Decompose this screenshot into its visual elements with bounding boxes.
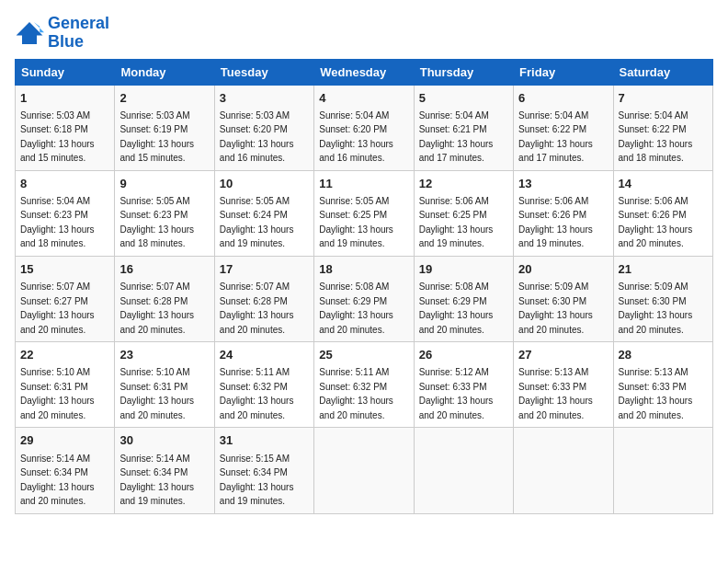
calendar-cell: 14Sunrise: 5:06 AMSunset: 6:26 PMDayligh… [613, 170, 712, 256]
logo: General Blue [15, 15, 109, 52]
day-number: 14 [619, 176, 708, 192]
calendar-table: SundayMondayTuesdayWednesdayThursdayFrid… [15, 59, 713, 514]
day-info: Sunrise: 5:04 AMSunset: 6:20 PMDaylight:… [319, 110, 393, 164]
header-thursday: Thursday [414, 59, 513, 85]
day-info: Sunrise: 5:12 AMSunset: 6:33 PMDaylight:… [419, 367, 494, 420]
day-number: 24 [220, 347, 309, 363]
day-info: Sunrise: 5:06 AMSunset: 6:26 PMDaylight:… [619, 196, 693, 249]
calendar-cell: 21Sunrise: 5:09 AMSunset: 6:30 PMDayligh… [613, 256, 712, 341]
calendar-cell: 22Sunrise: 5:10 AMSunset: 6:31 PMDayligh… [16, 342, 115, 428]
calendar-cell: 9Sunrise: 5:05 AMSunset: 6:23 PMDaylight… [115, 170, 214, 256]
day-number: 10 [220, 176, 309, 192]
day-info: Sunrise: 5:14 AMSunset: 6:34 PMDaylight:… [119, 454, 194, 507]
day-info: Sunrise: 5:09 AMSunset: 6:30 PMDaylight:… [518, 282, 593, 335]
day-info: Sunrise: 5:05 AMSunset: 6:24 PMDaylight:… [220, 196, 294, 249]
day-info: Sunrise: 5:11 AMSunset: 6:32 PMDaylight:… [319, 367, 393, 420]
day-number: 30 [119, 432, 209, 449]
calendar-cell: 3Sunrise: 5:03 AMSunset: 6:20 PMDaylight… [214, 85, 313, 170]
day-info: Sunrise: 5:06 AMSunset: 6:25 PMDaylight:… [419, 196, 494, 249]
calendar-cell: 24Sunrise: 5:11 AMSunset: 6:32 PMDayligh… [214, 342, 313, 428]
day-number: 4 [319, 90, 408, 107]
calendar-cell: 16Sunrise: 5:07 AMSunset: 6:28 PMDayligh… [115, 256, 214, 341]
calendar-cell: 20Sunrise: 5:09 AMSunset: 6:30 PMDayligh… [514, 256, 613, 341]
calendar-cell [414, 428, 513, 513]
day-info: Sunrise: 5:13 AMSunset: 6:33 PMDaylight:… [619, 367, 693, 420]
calendar-cell: 15Sunrise: 5:07 AMSunset: 6:27 PMDayligh… [16, 256, 115, 341]
page-header: General Blue [15, 15, 713, 52]
calendar-cell: 30Sunrise: 5:14 AMSunset: 6:34 PMDayligh… [115, 428, 214, 513]
day-info: Sunrise: 5:04 AMSunset: 6:22 PMDaylight:… [518, 110, 593, 164]
day-info: Sunrise: 5:10 AMSunset: 6:31 PMDaylight:… [119, 367, 194, 420]
calendar-cell: 6Sunrise: 5:04 AMSunset: 6:22 PMDaylight… [514, 85, 613, 170]
calendar-cell: 7Sunrise: 5:04 AMSunset: 6:22 PMDaylight… [613, 85, 712, 170]
svg-marker-0 [17, 22, 43, 44]
calendar-cell: 25Sunrise: 5:11 AMSunset: 6:32 PMDayligh… [314, 342, 414, 428]
day-number: 31 [220, 432, 309, 449]
calendar-cell: 5Sunrise: 5:04 AMSunset: 6:21 PMDaylight… [414, 85, 513, 170]
day-info: Sunrise: 5:07 AMSunset: 6:27 PMDaylight:… [20, 282, 95, 335]
day-number: 29 [20, 432, 109, 449]
calendar-cell: 12Sunrise: 5:06 AMSunset: 6:25 PMDayligh… [414, 170, 513, 256]
day-number: 3 [220, 90, 309, 107]
calendar-cell: 19Sunrise: 5:08 AMSunset: 6:29 PMDayligh… [414, 256, 513, 341]
day-info: Sunrise: 5:04 AMSunset: 6:23 PMDaylight:… [20, 196, 95, 249]
day-info: Sunrise: 5:09 AMSunset: 6:30 PMDaylight:… [619, 282, 693, 335]
header-monday: Monday [115, 59, 214, 85]
calendar-cell: 26Sunrise: 5:12 AMSunset: 6:33 PMDayligh… [414, 342, 513, 428]
day-info: Sunrise: 5:03 AMSunset: 6:19 PMDaylight:… [119, 110, 194, 164]
header-saturday: Saturday [613, 59, 712, 85]
calendar-cell: 27Sunrise: 5:13 AMSunset: 6:33 PMDayligh… [514, 342, 613, 428]
day-number: 7 [619, 90, 708, 107]
day-info: Sunrise: 5:14 AMSunset: 6:34 PMDaylight:… [20, 454, 95, 507]
calendar-cell: 2Sunrise: 5:03 AMSunset: 6:19 PMDaylight… [115, 85, 214, 170]
day-info: Sunrise: 5:08 AMSunset: 6:29 PMDaylight:… [319, 282, 393, 335]
day-number: 16 [119, 261, 209, 278]
calendar-cell: 17Sunrise: 5:07 AMSunset: 6:28 PMDayligh… [214, 256, 313, 341]
day-number: 9 [119, 176, 209, 192]
day-number: 15 [20, 261, 109, 278]
calendar-header: SundayMondayTuesdayWednesdayThursdayFrid… [16, 59, 713, 85]
day-number: 1 [20, 90, 109, 107]
day-info: Sunrise: 5:13 AMSunset: 6:33 PMDaylight:… [518, 367, 593, 420]
day-number: 11 [319, 176, 408, 192]
day-info: Sunrise: 5:04 AMSunset: 6:21 PMDaylight:… [419, 110, 494, 164]
day-number: 21 [619, 261, 708, 278]
logo-icon [15, 20, 44, 46]
day-info: Sunrise: 5:11 AMSunset: 6:32 PMDaylight:… [220, 367, 294, 420]
day-info: Sunrise: 5:05 AMSunset: 6:25 PMDaylight:… [319, 196, 393, 249]
calendar-cell: 1Sunrise: 5:03 AMSunset: 6:18 PMDaylight… [16, 85, 115, 170]
day-number: 20 [518, 261, 608, 278]
calendar-week-1: 1Sunrise: 5:03 AMSunset: 6:18 PMDaylight… [16, 85, 713, 170]
header-wednesday: Wednesday [314, 59, 414, 85]
calendar-week-4: 22Sunrise: 5:10 AMSunset: 6:31 PMDayligh… [16, 342, 713, 428]
logo-text: General Blue [48, 15, 109, 52]
calendar-cell: 29Sunrise: 5:14 AMSunset: 6:34 PMDayligh… [16, 428, 115, 513]
day-info: Sunrise: 5:04 AMSunset: 6:22 PMDaylight:… [619, 110, 693, 164]
calendar-cell: 4Sunrise: 5:04 AMSunset: 6:20 PMDaylight… [314, 85, 414, 170]
calendar-cell [514, 428, 613, 513]
day-info: Sunrise: 5:15 AMSunset: 6:34 PMDaylight:… [220, 454, 294, 507]
day-info: Sunrise: 5:05 AMSunset: 6:23 PMDaylight:… [119, 196, 194, 249]
calendar-cell: 18Sunrise: 5:08 AMSunset: 6:29 PMDayligh… [314, 256, 414, 341]
day-number: 8 [20, 176, 109, 192]
day-number: 13 [518, 176, 608, 192]
calendar-cell: 28Sunrise: 5:13 AMSunset: 6:33 PMDayligh… [613, 342, 712, 428]
calendar-week-2: 8Sunrise: 5:04 AMSunset: 6:23 PMDaylight… [16, 170, 713, 256]
day-info: Sunrise: 5:10 AMSunset: 6:31 PMDaylight:… [20, 367, 95, 420]
day-info: Sunrise: 5:03 AMSunset: 6:18 PMDaylight:… [20, 110, 95, 164]
calendar-week-5: 29Sunrise: 5:14 AMSunset: 6:34 PMDayligh… [16, 428, 713, 513]
calendar-week-3: 15Sunrise: 5:07 AMSunset: 6:27 PMDayligh… [16, 256, 713, 341]
day-info: Sunrise: 5:03 AMSunset: 6:20 PMDaylight:… [220, 110, 294, 164]
day-info: Sunrise: 5:07 AMSunset: 6:28 PMDaylight:… [119, 282, 194, 335]
day-number: 2 [119, 90, 209, 107]
calendar-cell: 8Sunrise: 5:04 AMSunset: 6:23 PMDaylight… [16, 170, 115, 256]
header-tuesday: Tuesday [214, 59, 313, 85]
day-number: 22 [20, 347, 109, 363]
day-number: 12 [419, 176, 508, 192]
day-number: 25 [319, 347, 408, 363]
calendar-cell: 23Sunrise: 5:10 AMSunset: 6:31 PMDayligh… [115, 342, 214, 428]
calendar-cell: 13Sunrise: 5:06 AMSunset: 6:26 PMDayligh… [514, 170, 613, 256]
day-number: 28 [619, 347, 708, 363]
day-number: 19 [419, 261, 508, 278]
day-number: 17 [220, 261, 309, 278]
